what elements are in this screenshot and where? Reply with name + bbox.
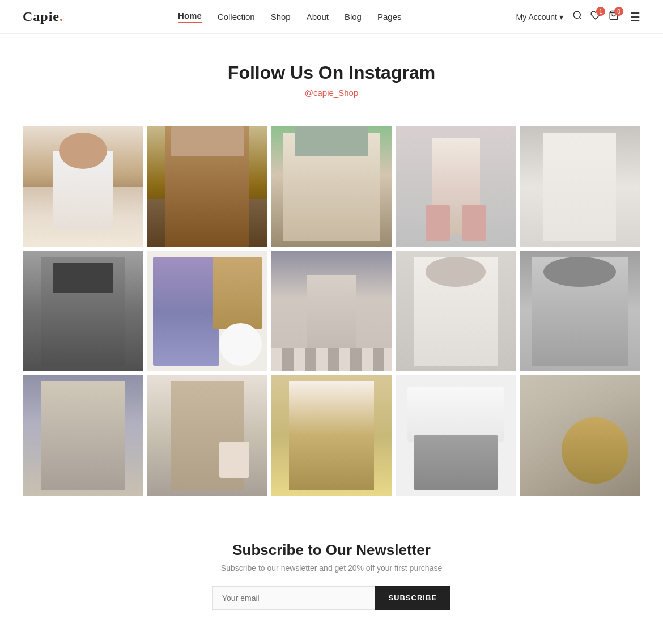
photo-image-8 — [271, 251, 392, 371]
instagram-grid — [0, 115, 663, 507]
photo-image-9 — [396, 251, 516, 371]
nav-collection[interactable]: Collection — [218, 12, 255, 22]
wishlist-badge: 1 — [596, 7, 605, 16]
instagram-photo-9[interactable] — [396, 251, 516, 371]
logo[interactable]: Capie. — [23, 9, 63, 24]
instagram-section: Follow Us On Instagram @capie_Shop — [0, 34, 663, 115]
photo-image-7 — [147, 251, 267, 371]
photo-image-10 — [520, 251, 640, 371]
instagram-photo-3[interactable] — [271, 126, 392, 247]
instagram-photo-5[interactable] — [520, 126, 640, 247]
instagram-photo-1[interactable] — [23, 126, 143, 247]
photo-image-6 — [23, 251, 143, 371]
photo-image-11 — [23, 375, 143, 495]
instagram-title: Follow Us On Instagram — [23, 62, 640, 83]
instagram-photo-14[interactable] — [396, 375, 516, 495]
instagram-photo-11[interactable] — [23, 375, 143, 495]
newsletter-subtitle: Subscribe to our newsletter and get 20% … — [23, 564, 640, 573]
photo-image-4 — [396, 126, 516, 247]
nav-blog[interactable]: Blog — [345, 12, 362, 22]
main-nav: Home Collection Shop About Blog Pages — [178, 11, 401, 23]
subscribe-button[interactable]: SUBSCRIBE — [375, 586, 450, 610]
instagram-photo-12[interactable] — [147, 375, 267, 495]
account-label: My Account — [516, 12, 557, 22]
header-right: My Account ▾ 1 0 ☰ — [516, 10, 640, 24]
nav-home[interactable]: Home — [178, 11, 202, 23]
instagram-photo-2[interactable] — [147, 126, 267, 247]
photo-image-2 — [147, 126, 267, 247]
account-menu[interactable]: My Account ▾ — [516, 12, 563, 22]
photo-image-13 — [271, 375, 392, 495]
photo-image-14 — [396, 375, 516, 495]
chevron-down-icon: ▾ — [559, 12, 563, 22]
newsletter-section: Subscribe to Our Newsletter Subscribe to… — [0, 507, 663, 644]
email-input[interactable] — [212, 586, 375, 610]
cart-badge: 0 — [614, 7, 623, 16]
photo-image-15 — [520, 375, 640, 495]
instagram-photo-4[interactable] — [396, 126, 516, 247]
nav-pages[interactable]: Pages — [377, 12, 402, 22]
newsletter-form: SUBSCRIBE — [212, 586, 450, 610]
cart-button[interactable]: 0 — [609, 10, 619, 23]
photo-image-3 — [271, 126, 392, 247]
nav-shop[interactable]: Shop — [271, 12, 291, 22]
photo-image-5 — [520, 126, 640, 247]
header-icons: 1 0 ☰ — [572, 10, 640, 24]
photo-image-12 — [147, 375, 267, 495]
instagram-photo-15[interactable] — [520, 375, 640, 495]
instagram-handle[interactable]: @capie_Shop — [305, 88, 358, 98]
search-button[interactable] — [572, 10, 583, 23]
instagram-photo-13[interactable] — [271, 375, 392, 495]
hamburger-menu[interactable]: ☰ — [630, 10, 640, 24]
instagram-photo-6[interactable] — [23, 251, 143, 371]
header: Capie. Home Collection Shop About Blog P… — [0, 0, 663, 34]
nav-about[interactable]: About — [307, 12, 329, 22]
photo-image-1 — [23, 126, 143, 247]
wishlist-button[interactable]: 1 — [590, 10, 601, 23]
newsletter-title: Subscribe to Our Newsletter — [23, 541, 640, 559]
instagram-photo-8[interactable] — [271, 251, 392, 371]
instagram-photo-10[interactable] — [520, 251, 640, 371]
svg-point-0 — [573, 11, 580, 18]
instagram-photo-7[interactable] — [147, 251, 267, 371]
